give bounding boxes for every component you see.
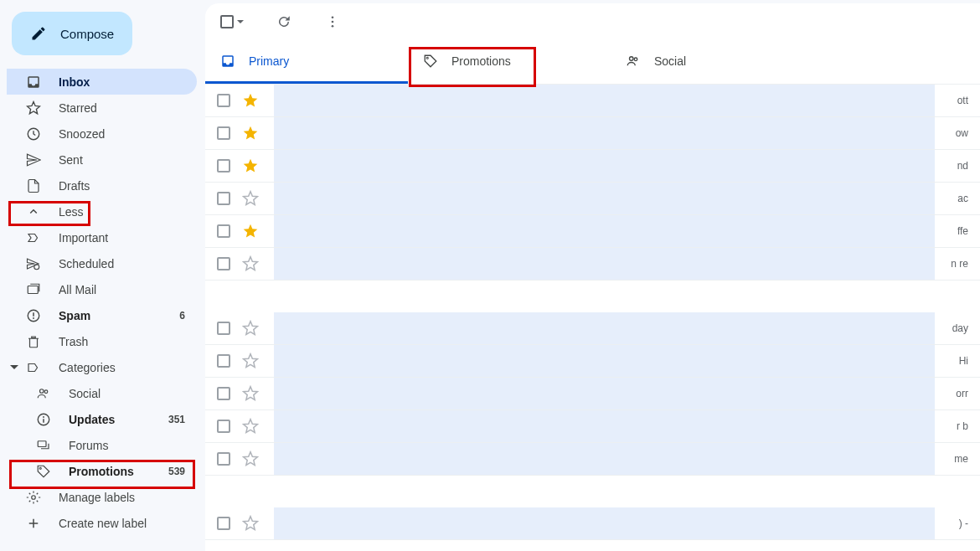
- star-icon[interactable]: [242, 515, 259, 532]
- clock-icon: [25, 126, 42, 142]
- select-all-checkbox[interactable]: [220, 15, 244, 28]
- email-row[interactable]: nd: [205, 150, 980, 183]
- sidebar-item-starred[interactable]: Starred: [7, 95, 197, 121]
- star-icon[interactable]: [242, 125, 259, 142]
- email-snippet-tail: ffe: [946, 225, 968, 237]
- star-icon[interactable]: [242, 92, 259, 109]
- email-row[interactable]: ) -: [205, 507, 980, 540]
- sidebar-item-inbox[interactable]: Inbox: [7, 69, 197, 95]
- sidebar-item-create-label[interactable]: Create new label: [7, 510, 197, 536]
- sidebar-item-promotions[interactable]: Promotions 539: [7, 458, 197, 484]
- sidebar-item-spam[interactable]: Spam 6: [7, 302, 197, 328]
- row-checkbox[interactable]: [217, 224, 230, 238]
- row-checkbox[interactable]: [217, 452, 230, 466]
- more-button[interactable]: [324, 13, 341, 30]
- svg-point-1: [34, 264, 39, 269]
- sidebar-item-forums[interactable]: Forums: [7, 432, 197, 458]
- row-checkbox[interactable]: [217, 387, 230, 400]
- row-checkbox[interactable]: [217, 517, 230, 530]
- svg-point-15: [332, 21, 334, 23]
- svg-point-5: [33, 317, 34, 319]
- spam-icon: [25, 307, 42, 324]
- important-icon: [25, 229, 42, 246]
- star-icon[interactable]: [242, 255, 259, 272]
- email-row[interactable]: n re: [205, 248, 980, 281]
- email-preview-blurred: [274, 248, 935, 280]
- email-preview-blurred: [274, 410, 935, 442]
- tag-icon: [423, 54, 438, 69]
- tab-primary[interactable]: Primary: [205, 40, 408, 84]
- forums-icon: [35, 437, 52, 454]
- email-preview-blurred: [274, 443, 935, 475]
- svg-point-16: [332, 25, 334, 28]
- email-row[interactable]: ac: [205, 183, 980, 215]
- email-preview-blurred: [274, 117, 935, 149]
- row-checkbox[interactable]: [217, 322, 230, 335]
- email-snippet-tail: ac: [946, 193, 968, 204]
- compose-button[interactable]: Compose: [12, 12, 132, 55]
- main-panel: Primary Promotions Social ott ow nd: [205, 3, 980, 551]
- send-icon: [25, 152, 42, 168]
- category-tabs: Primary Promotions Social: [205, 40, 980, 85]
- inbox-icon: [220, 54, 235, 69]
- svg-rect-2: [28, 286, 38, 293]
- row-checkbox[interactable]: [217, 126, 230, 140]
- email-preview-blurred: [274, 215, 935, 247]
- sidebar-item-important[interactable]: Important: [7, 224, 197, 250]
- email-snippet-tail: ott: [946, 95, 968, 106]
- email-preview-blurred: [274, 85, 935, 116]
- row-checkbox[interactable]: [217, 94, 230, 107]
- svg-point-7: [44, 389, 48, 393]
- star-icon[interactable]: [242, 320, 259, 337]
- sidebar-item-manage-labels[interactable]: Manage labels: [7, 484, 197, 510]
- row-checkbox[interactable]: [217, 420, 230, 433]
- row-checkbox[interactable]: [217, 192, 230, 205]
- caret-down-icon: [237, 20, 244, 23]
- star-icon[interactable]: [242, 190, 259, 207]
- email-row[interactable]: Hi: [205, 345, 980, 378]
- tab-promotions[interactable]: Promotions: [408, 40, 611, 84]
- row-checkbox[interactable]: [217, 257, 230, 270]
- sidebar-item-drafts[interactable]: Drafts: [7, 173, 197, 198]
- star-icon[interactable]: [242, 157, 259, 174]
- sidebar-item-categories[interactable]: Categories: [7, 354, 197, 380]
- star-icon[interactable]: [242, 353, 259, 369]
- tag-icon: [35, 463, 52, 480]
- allmail-icon: [25, 281, 42, 298]
- email-list: ott ow nd ac ffe n re: [205, 85, 980, 551]
- star-icon[interactable]: [242, 223, 259, 239]
- sidebar-item-social[interactable]: Social: [7, 380, 197, 406]
- sidebar-item-allmail[interactable]: All Mail: [7, 276, 197, 302]
- svg-point-10: [43, 416, 44, 418]
- star-icon[interactable]: [242, 385, 259, 402]
- sidebar-item-sent[interactable]: Sent: [7, 147, 197, 173]
- star-icon[interactable]: [242, 418, 259, 435]
- email-row[interactable]: ow: [205, 117, 980, 150]
- sidebar-item-scheduled[interactable]: Scheduled: [7, 250, 197, 276]
- tab-social[interactable]: Social: [611, 40, 813, 84]
- email-row[interactable]: orr: [205, 378, 980, 410]
- refresh-button[interactable]: [276, 13, 292, 30]
- sidebar-item-updates[interactable]: Updates 351: [7, 406, 197, 432]
- email-row[interactable]: ffe: [205, 215, 980, 248]
- sidebar-item-snoozed[interactable]: Snoozed: [7, 121, 197, 147]
- info-icon: [35, 411, 52, 428]
- row-checkbox[interactable]: [217, 354, 230, 368]
- email-row[interactable]: day: [205, 312, 980, 345]
- gear-icon: [25, 489, 42, 506]
- compose-label: Compose: [60, 27, 114, 41]
- email-row[interactable]: me: [205, 443, 980, 476]
- email-row[interactable]: ott: [205, 85, 980, 117]
- star-icon[interactable]: [242, 451, 259, 467]
- chevron-up-icon: [25, 203, 42, 220]
- svg-point-18: [630, 56, 634, 60]
- email-snippet-tail: r b: [946, 420, 968, 432]
- email-preview-blurred: [274, 312, 935, 344]
- email-row[interactable]: r b: [205, 410, 980, 443]
- sidebar-item-trash[interactable]: Trash: [7, 328, 197, 354]
- document-icon: [25, 178, 42, 194]
- sidebar-item-less[interactable]: Less: [7, 198, 197, 224]
- svg-point-17: [426, 57, 428, 59]
- row-checkbox[interactable]: [217, 159, 230, 173]
- email-snippet-tail: n re: [946, 258, 968, 270]
